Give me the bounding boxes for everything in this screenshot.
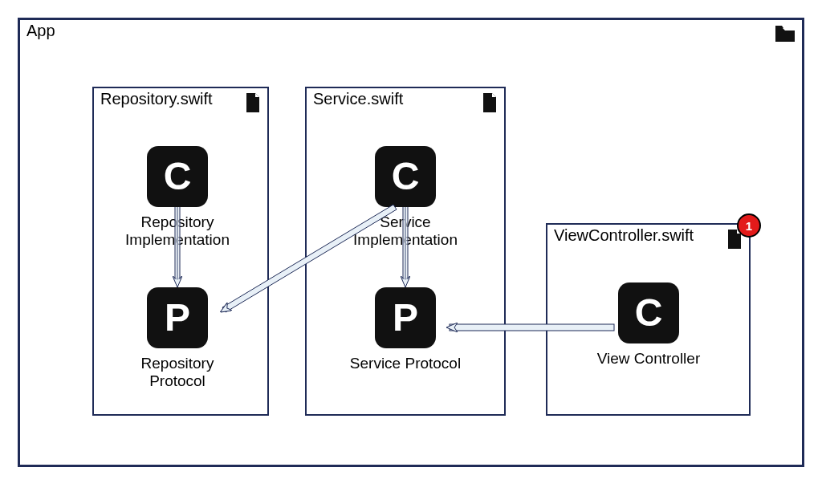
package-label: App bbox=[26, 22, 55, 40]
node-kind: C bbox=[635, 294, 663, 332]
file-label: ViewController.swift bbox=[554, 226, 694, 245]
folder-icon bbox=[775, 25, 796, 46]
protocol-node-service-protocol[interactable]: P bbox=[375, 287, 436, 348]
node-kind: C bbox=[164, 157, 192, 196]
protocol-node-repository-protocol[interactable]: P bbox=[147, 287, 208, 348]
file-icon bbox=[245, 93, 261, 116]
node-kind: C bbox=[392, 157, 420, 196]
class-node-repository-impl[interactable]: C bbox=[147, 146, 208, 207]
file-icon bbox=[482, 93, 498, 116]
node-label: Service Implementation bbox=[349, 213, 462, 249]
badge-count: 1 bbox=[746, 219, 752, 233]
node-label: Service Protocol bbox=[349, 355, 462, 372]
file-label: Repository.swift bbox=[100, 90, 213, 108]
issue-count-badge: 1 bbox=[737, 213, 761, 238]
file-label: Service.swift bbox=[313, 90, 403, 108]
node-kind: P bbox=[165, 299, 190, 337]
diagram-canvas: App Repository.swift Service.swift bbox=[0, 0, 822, 504]
node-label: Repository Implementation bbox=[121, 213, 234, 249]
class-node-view-controller[interactable]: C bbox=[618, 282, 679, 343]
node-label: Repository Protocol bbox=[121, 355, 234, 390]
class-node-service-impl[interactable]: C bbox=[375, 146, 436, 207]
node-label: View Controller bbox=[592, 350, 705, 368]
node-kind: P bbox=[393, 299, 418, 337]
